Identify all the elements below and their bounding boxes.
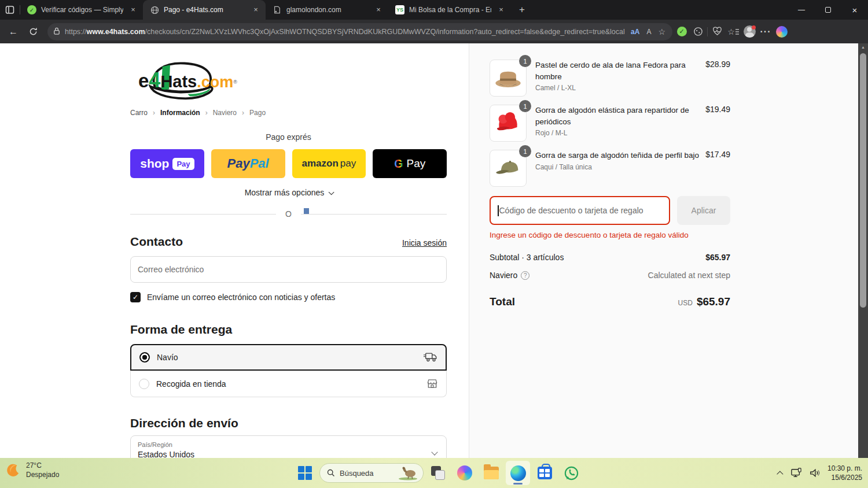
close-tab-icon[interactable]: × bbox=[128, 5, 138, 15]
newsletter-checkbox[interactable]: ✓ bbox=[130, 292, 141, 302]
edge-browser-button[interactable] bbox=[506, 461, 530, 485]
taskbar-clock[interactable]: 10:30 p. m. 15/6/2025 bbox=[827, 464, 862, 482]
quantity-badge: 1 bbox=[519, 55, 531, 67]
login-link[interactable]: Inicia sesión bbox=[402, 238, 447, 247]
help-icon[interactable]: ? bbox=[521, 271, 529, 280]
apply-discount-button[interactable]: Aplicar bbox=[677, 196, 730, 225]
favorite-star-icon[interactable]: ☆ bbox=[657, 27, 667, 36]
breadcrumb-shipping: Naviero bbox=[213, 109, 237, 117]
start-button[interactable] bbox=[293, 461, 317, 485]
clock-date: 15/6/2025 bbox=[827, 473, 862, 482]
caret-marker bbox=[304, 208, 309, 214]
folder-icon bbox=[484, 467, 499, 479]
discount-error-message: Ingrese un código de descuento o tarjeta… bbox=[490, 231, 730, 239]
edge-icon bbox=[510, 465, 526, 481]
discount-code-input[interactable]: Código de descuento o tarjeta de regalo bbox=[490, 196, 670, 225]
simplycodes-extension-icon[interactable]: ✓ bbox=[675, 25, 689, 39]
settings-menu-icon[interactable]: ··· bbox=[759, 25, 773, 39]
close-tab-icon[interactable]: × bbox=[496, 5, 506, 15]
toolbar-divider bbox=[707, 27, 708, 36]
tab-actions-icon[interactable] bbox=[0, 0, 20, 20]
copilot-taskbar-button[interactable] bbox=[453, 461, 477, 485]
quantity-badge: 1 bbox=[519, 145, 531, 157]
file-explorer-button[interactable] bbox=[479, 461, 503, 485]
amazon-pay-button[interactable]: amazonpay bbox=[292, 149, 366, 178]
profile-avatar[interactable] bbox=[742, 25, 756, 39]
address-bar[interactable]: https://www.e4hats.com/checkouts/cn/Z2Nw… bbox=[47, 23, 672, 40]
scrollbar-thumb[interactable] bbox=[860, 53, 866, 308]
shop-pay-button[interactable]: shop Pay bbox=[130, 149, 204, 178]
browser-tab-e4hats-active[interactable]: Pago - e4Hats.com × bbox=[143, 0, 266, 20]
delivery-options: Navío Recogida en tienda bbox=[130, 344, 447, 397]
ys-favicon-icon: YS bbox=[395, 5, 404, 14]
browser-tab-mi-bolsa[interactable]: YS Mi Bolsa de la Compra - Envío Gr × bbox=[388, 0, 511, 20]
breadcrumb-cart[interactable]: Carro bbox=[130, 109, 148, 117]
minimize-button[interactable]: — bbox=[788, 0, 815, 20]
breadcrumb-payment: Pago bbox=[249, 109, 266, 117]
shipping-label: Naviero bbox=[490, 271, 517, 280]
shipping-address-title: Dirección de envío bbox=[130, 416, 447, 430]
hidden-icons-chevron[interactable] bbox=[777, 471, 783, 477]
task-view-icon bbox=[431, 466, 445, 480]
show-more-options-link[interactable]: Mostrar más opciones bbox=[130, 188, 447, 197]
close-window-button[interactable]: × bbox=[841, 0, 868, 20]
currency-code: USD bbox=[678, 299, 693, 307]
paypal-button[interactable]: PayPal bbox=[211, 149, 285, 178]
product-thumbnail: 1 bbox=[490, 60, 527, 97]
express-buttons: shop Pay PayPal amazonpay GPay bbox=[130, 149, 447, 178]
total-label: Total bbox=[490, 295, 515, 308]
truck-icon bbox=[424, 352, 437, 363]
copilot-icon bbox=[457, 465, 472, 480]
display-icon[interactable] bbox=[790, 468, 802, 478]
google-pay-button[interactable]: GPay bbox=[373, 149, 447, 178]
restore-button[interactable] bbox=[815, 0, 841, 20]
product-variant: Rojo / M-L bbox=[535, 129, 702, 137]
shop-pay-badge: Pay bbox=[172, 158, 194, 170]
copilot-logo-icon bbox=[776, 26, 788, 38]
scroll-up-arrow[interactable]: ▲ bbox=[858, 45, 868, 49]
weather-widget[interactable]: 27°C Despejado bbox=[6, 461, 59, 479]
delivery-option-ship[interactable]: Navío bbox=[130, 344, 447, 371]
subtotal-value: $65.97 bbox=[705, 253, 730, 262]
window-controls: — × bbox=[788, 0, 868, 20]
browser-toolbar: ← https://www.e4hats.com/checkouts/cn/Z2… bbox=[0, 20, 868, 43]
notification-dot bbox=[752, 25, 756, 29]
speaker-icon[interactable] bbox=[809, 468, 821, 478]
microsoft-store-button[interactable] bbox=[532, 461, 557, 485]
new-tab-button[interactable]: + bbox=[511, 4, 533, 16]
refresh-button[interactable] bbox=[24, 23, 42, 40]
chevron-down-icon bbox=[329, 189, 334, 195]
whatsapp-button[interactable] bbox=[559, 461, 583, 485]
text-caret bbox=[498, 205, 499, 216]
delivery-option-label: Navío bbox=[157, 353, 178, 362]
taskbar-search[interactable]: Búsqueda bbox=[319, 463, 424, 483]
close-tab-icon[interactable]: × bbox=[373, 5, 384, 15]
browser-tab-glamolondon[interactable]: glamolondon.com × bbox=[266, 0, 388, 20]
order-summary-panel: 1 Pastel de cerdo de ala de lana Fedora … bbox=[469, 43, 858, 458]
store-logo[interactable]: e4Hats.com® bbox=[130, 58, 447, 101]
whatsapp-icon bbox=[564, 465, 579, 481]
breadcrumb-information: Información bbox=[160, 109, 200, 117]
restore-icon bbox=[825, 7, 831, 13]
task-view-button[interactable] bbox=[426, 461, 450, 485]
product-name: Gorra de sarga de algodón teñida de perf… bbox=[535, 150, 702, 161]
copilot-icon[interactable] bbox=[775, 25, 789, 39]
product-variant: Caqui / Talla única bbox=[535, 163, 702, 171]
browser-tab-simplycodes[interactable]: ✓ Verificar códigos — SimplyCodes × bbox=[20, 0, 143, 20]
close-tab-icon[interactable]: × bbox=[251, 5, 261, 15]
cart-item: 1 Gorra de algodón elástica para reparti… bbox=[490, 105, 730, 142]
translate-icon[interactable]: aA bbox=[630, 28, 641, 36]
newsletter-label: Envíame un correo electrónico con notici… bbox=[147, 293, 335, 302]
favorites-bar-icon[interactable]: ☆ bbox=[726, 25, 740, 39]
back-button[interactable]: ← bbox=[5, 23, 22, 40]
read-aloud-icon[interactable]: A bbox=[645, 28, 652, 36]
search-icon bbox=[327, 469, 335, 477]
browser-essentials-icon[interactable] bbox=[710, 25, 724, 39]
chevron-right-icon: › bbox=[153, 109, 155, 117]
email-input[interactable] bbox=[130, 256, 447, 283]
page-scrollbar[interactable]: ▲ bbox=[858, 43, 868, 458]
delivery-option-pickup[interactable]: Recogida en tienda bbox=[130, 371, 447, 397]
extension-cookie-icon[interactable] bbox=[691, 25, 705, 39]
or-label: O bbox=[285, 209, 292, 219]
checkout-page: e4Hats.com® Carro › Información › Navier… bbox=[0, 43, 858, 458]
